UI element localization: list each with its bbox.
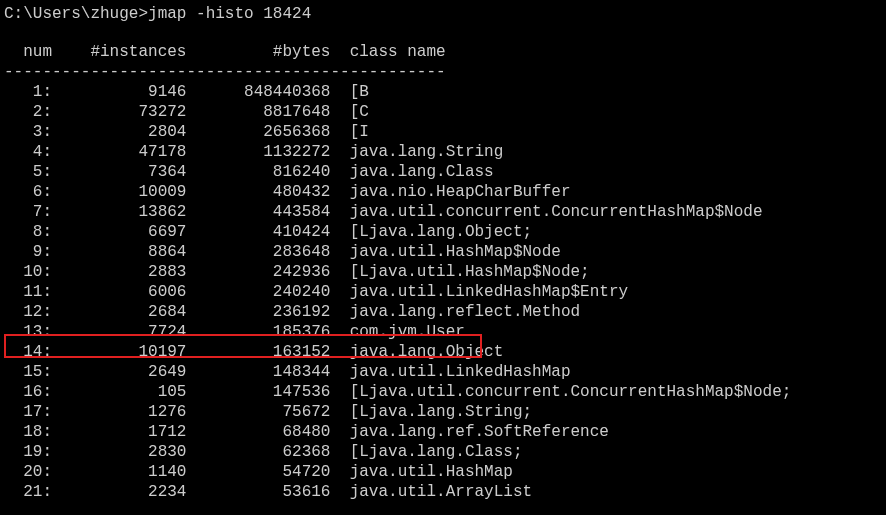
table-row: 9: 8864 283648 java.util.HashMap$Node [4,242,882,262]
table-row: 6: 10009 480432 java.nio.HeapCharBuffer [4,182,882,202]
table-row: 14: 10197 163152 java.lang.Object [4,342,882,362]
table-row: 15: 2649 148344 java.util.LinkedHashMap [4,362,882,382]
prompt-command: jmap -histo 18424 [148,5,311,23]
table-row: 20: 1140 54720 java.util.HashMap [4,462,882,482]
table-row: 17: 1276 75672 [Ljava.lang.String; [4,402,882,422]
table-row: 7: 13862 443584 java.util.concurrent.Con… [4,202,882,222]
table-row: 8: 6697 410424 [Ljava.lang.Object; [4,222,882,242]
table-row: 4: 47178 1132272 java.lang.String [4,142,882,162]
table-row: 10: 2883 242936 [Ljava.util.HashMap$Node… [4,262,882,282]
table-header: num #instances #bytes class name [4,42,882,62]
prompt-path: C:\Users\zhuge> [4,5,148,23]
table-row: 3: 2804 2656368 [I [4,122,882,142]
table-row: 18: 1712 68480 java.lang.ref.SoftReferen… [4,422,882,442]
table-row: 13: 7724 185376 com.jvm.User [4,322,882,342]
table-row: 5: 7364 816240 java.lang.Class [4,162,882,182]
table-row: 19: 2830 62368 [Ljava.lang.Class; [4,442,882,462]
table-divider: ----------------------------------------… [4,62,882,82]
table-row: 2: 73272 8817648 [C [4,102,882,122]
table-row: 12: 2684 236192 java.lang.reflect.Method [4,302,882,322]
command-prompt: C:\Users\zhuge>jmap -histo 18424 [4,4,882,24]
table-body: 1: 9146 848440368 [B 2: 73272 8817648 [C… [4,82,882,502]
table-row: 11: 6006 240240 java.util.LinkedHashMap$… [4,282,882,302]
table-row: 21: 2234 53616 java.util.ArrayList [4,482,882,502]
table-row: 1: 9146 848440368 [B [4,82,882,102]
table-row: 16: 105 147536 [Ljava.util.concurrent.Co… [4,382,882,402]
